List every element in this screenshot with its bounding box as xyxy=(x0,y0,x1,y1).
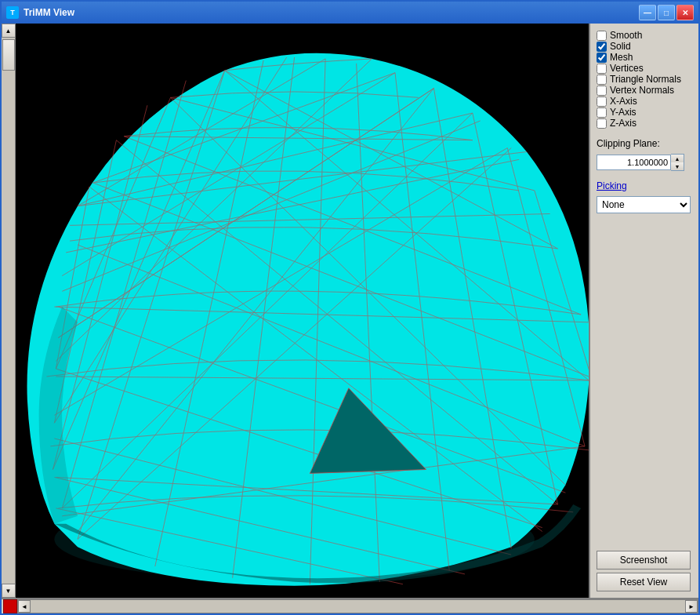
checkbox-label-vertex-normals: Vertex Normals xyxy=(610,85,674,96)
checkbox-label-y-axis: Y-Axis xyxy=(610,107,637,118)
checkbox-row-vertices[interactable]: Vertices xyxy=(597,63,692,74)
checkbox-row-triangle-normals[interactable]: Triangle Normals xyxy=(597,74,692,85)
checkbox-row-z-axis[interactable]: Z-Axis xyxy=(597,118,692,129)
checkbox-row-y-axis[interactable]: Y-Axis xyxy=(597,107,692,118)
dome-render xyxy=(16,24,589,598)
checkbox-label-smooth: Smooth xyxy=(610,30,642,41)
checkbox-label-z-axis: Z-Axis xyxy=(610,118,637,129)
checkbox-vertex-normals[interactable] xyxy=(597,86,607,96)
scroll-track-h xyxy=(31,600,685,613)
checkbox-label-triangle-normals: Triangle Normals xyxy=(610,74,681,85)
title-bar: T TriMM View — □ ✕ xyxy=(2,2,698,24)
scroll-up-button[interactable]: ▲ xyxy=(2,24,16,38)
status-indicator xyxy=(3,599,17,613)
scroll-right-button[interactable]: ► xyxy=(685,600,698,613)
dome-svg xyxy=(16,24,589,598)
clipping-plane-spinbox[interactable]: ▲ ▼ xyxy=(597,154,692,171)
picking-dropdown[interactable]: NoneVertexTriangleEdge xyxy=(597,196,691,213)
scroll-down-button[interactable]: ▼ xyxy=(2,584,16,598)
checkbox-row-mesh[interactable]: Mesh xyxy=(597,52,692,63)
checkbox-label-mesh: Mesh xyxy=(610,52,633,63)
spinbox-down-button[interactable]: ▼ xyxy=(671,162,684,170)
checkbox-solid[interactable] xyxy=(597,42,607,52)
screenshot-button[interactable]: Screenshot xyxy=(597,551,691,570)
checkbox-row-smooth[interactable]: Smooth xyxy=(597,30,692,41)
vertical-scrollbar[interactable]: ▲ ▼ xyxy=(2,24,16,598)
panel-spacer xyxy=(597,217,692,548)
checkbox-row-x-axis[interactable]: X-Axis xyxy=(597,96,692,107)
maximize-button[interactable]: □ xyxy=(658,5,675,20)
checkbox-vertices[interactable] xyxy=(597,64,607,74)
checkbox-label-solid: Solid xyxy=(610,41,631,52)
clipping-plane-input[interactable] xyxy=(597,155,671,170)
checkbox-label-vertices: Vertices xyxy=(610,63,644,74)
checkbox-label-x-axis: X-Axis xyxy=(610,96,637,107)
window-controls: — □ ✕ xyxy=(639,5,694,20)
minimize-button[interactable]: — xyxy=(639,5,656,20)
checkbox-row-vertex-normals[interactable]: Vertex Normals xyxy=(597,85,692,96)
content-area: ▲ ▼ xyxy=(2,24,698,598)
scroll-track-v xyxy=(2,38,15,584)
checkbox-z-axis[interactable] xyxy=(597,118,607,129)
checkbox-y-axis[interactable] xyxy=(597,107,607,118)
right-panel: SmoothSolidMeshVerticesTriangle NormalsV… xyxy=(589,24,698,598)
checkbox-mesh[interactable] xyxy=(597,53,607,63)
options-panel: SmoothSolidMeshVerticesTriangle NormalsV… xyxy=(597,30,692,129)
checkbox-row-solid[interactable]: Solid xyxy=(597,41,692,52)
reset-view-button[interactable]: Reset View xyxy=(597,573,691,591)
close-button[interactable]: ✕ xyxy=(676,5,694,20)
window-title: TriMM View xyxy=(24,7,634,18)
spinbox-up-button[interactable]: ▲ xyxy=(671,155,684,162)
checkbox-x-axis[interactable] xyxy=(597,96,607,107)
3d-viewport[interactable] xyxy=(16,24,589,598)
scroll-thumb-v[interactable] xyxy=(2,39,15,71)
scroll-left-button[interactable]: ◄ xyxy=(18,600,31,613)
main-window: T TriMM View — □ ✕ ▲ ▼ xyxy=(0,0,700,615)
spinbox-buttons: ▲ ▼ xyxy=(671,154,684,171)
bottom-bar: ◄ ► xyxy=(2,598,698,613)
checkbox-smooth[interactable] xyxy=(597,31,607,41)
checkbox-triangle-normals[interactable] xyxy=(597,75,607,85)
bottom-buttons: Screenshot Reset View xyxy=(597,551,692,591)
app-icon: T xyxy=(6,6,19,19)
horizontal-scrollbar[interactable]: ◄ ► xyxy=(17,599,698,613)
picking-label: Picking xyxy=(597,180,692,191)
clipping-plane-label: Clipping Plane: xyxy=(597,138,692,149)
